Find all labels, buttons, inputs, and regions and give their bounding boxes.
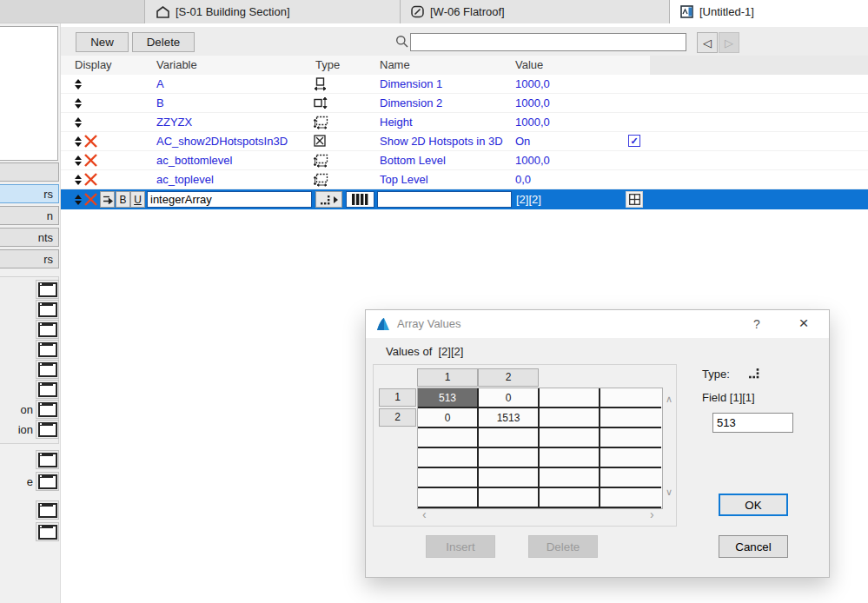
column-header[interactable]: 2 — [478, 368, 539, 387]
open-window-button[interactable] — [36, 400, 59, 419]
value-cell[interactable]: 1000,0 — [515, 77, 550, 90]
type-dropdown-button[interactable] — [315, 191, 342, 208]
variable-cell[interactable]: ZZYZX — [156, 116, 192, 129]
array-cell[interactable] — [479, 488, 540, 508]
variable-cell[interactable]: ac_toplevel — [156, 173, 214, 186]
tab-flatroof[interactable]: [W-06 Flatroof] — [400, 0, 669, 23]
delete-parameter-button[interactable]: Delete — [132, 32, 195, 52]
value-cell[interactable]: 1000,0 — [515, 96, 550, 109]
array-cell[interactable]: 0 — [479, 388, 540, 408]
array-cell[interactable]: 0 — [418, 408, 479, 428]
col-variable[interactable]: Variable — [156, 58, 197, 71]
sort-handle-icon[interactable] — [74, 98, 83, 109]
col-display[interactable]: Display — [75, 58, 112, 71]
array-cell[interactable] — [540, 408, 600, 428]
cancel-button[interactable]: Cancel — [719, 535, 788, 558]
col-type[interactable]: Type — [315, 58, 340, 71]
array-cell[interactable] — [479, 428, 540, 448]
col-value[interactable]: Value — [515, 58, 543, 71]
array-cell[interactable] — [418, 448, 479, 468]
array-cell-selected[interactable]: 513 — [418, 388, 479, 408]
name-cell[interactable]: Bottom Level — [380, 154, 446, 167]
name-cell[interactable]: Show 2D Hotspots in 3D — [380, 135, 503, 148]
name-cell[interactable]: Height — [380, 116, 413, 129]
array-cell[interactable] — [600, 428, 661, 448]
col-name[interactable]: Name — [380, 58, 410, 71]
array-cell[interactable] — [600, 448, 661, 468]
tab-building-section[interactable]: [S-01 Building Section] — [144, 0, 400, 23]
array-cell[interactable] — [418, 428, 479, 448]
array-cell[interactable] — [600, 388, 661, 408]
value-cell[interactable]: On — [515, 135, 530, 148]
array-cell[interactable]: 1513 — [479, 408, 540, 428]
open-window-button[interactable] — [36, 300, 59, 319]
array-cell[interactable] — [540, 448, 600, 468]
table-row[interactable]: B Dimension 2 1000,0 — [61, 94, 868, 113]
scroll-right-icon[interactable]: › — [650, 507, 654, 521]
array-cell[interactable] — [540, 468, 600, 488]
variable-cell[interactable]: ac_bottomlevel — [156, 154, 232, 167]
sort-handle-icon[interactable] — [74, 79, 83, 89]
underline-button[interactable]: U — [130, 191, 145, 208]
variable-cell[interactable]: A — [156, 77, 164, 90]
delete-x-icon[interactable] — [84, 154, 97, 167]
scroll-up-icon[interactable]: ∧ — [666, 394, 673, 405]
bold-button[interactable]: B — [116, 191, 130, 208]
ok-button[interactable]: OK — [719, 494, 788, 516]
array-cell[interactable] — [600, 488, 661, 508]
table-row[interactable]: ac_bottomlevel Bottom Level 1000,0 — [61, 151, 868, 170]
array-cell[interactable] — [540, 388, 600, 408]
table-row[interactable]: AC_show2DHotspotsIn3D Show 2D Hotspots i… — [61, 132, 868, 151]
open-window-button[interactable] — [36, 500, 59, 520]
search-input[interactable] — [410, 33, 686, 51]
table-row[interactable]: A Dimension 1 1000,0 — [61, 75, 868, 94]
sidebar-section-button[interactable]: nts — [0, 228, 59, 247]
array-cell[interactable] — [418, 468, 479, 488]
indent-subparam-button[interactable] — [100, 191, 115, 208]
array-values-button[interactable] — [346, 191, 374, 208]
open-window-button[interactable] — [36, 280, 59, 299]
table-row[interactable]: ZZYZX Height 1000,0 — [61, 113, 868, 132]
sort-handle-icon[interactable] — [74, 156, 83, 166]
sidebar-section-button-selected[interactable]: rs — [0, 184, 59, 203]
delete-x-icon[interactable] — [84, 135, 97, 148]
display-name-input[interactable] — [377, 191, 512, 208]
array-cell[interactable] — [540, 488, 600, 508]
array-cell[interactable] — [479, 468, 540, 488]
row-header[interactable]: 1 — [379, 388, 416, 407]
close-button[interactable]: × — [793, 314, 814, 333]
array-cell[interactable] — [540, 428, 600, 448]
open-window-button[interactable] — [36, 320, 59, 339]
sort-handle-icon[interactable] — [74, 195, 83, 205]
scroll-down-icon[interactable]: ∨ — [666, 487, 673, 498]
sidebar-section-button[interactable]: n — [0, 206, 59, 225]
forward-button[interactable]: ▷ — [719, 32, 739, 53]
open-window-button[interactable] — [36, 420, 59, 439]
variable-cell[interactable]: B — [156, 96, 164, 109]
array-cell[interactable] — [418, 488, 479, 508]
selected-parameter-row[interactable]: B U [2][2] — [61, 189, 868, 209]
sidebar-section-button[interactable]: rs — [0, 249, 59, 268]
help-button[interactable]: ? — [748, 317, 765, 331]
delete-x-icon[interactable] — [84, 193, 97, 206]
sidebar-section-button[interactable] — [0, 162, 59, 182]
array-cell[interactable] — [600, 408, 661, 428]
row-header[interactable]: 2 — [379, 408, 416, 427]
delete-button[interactable]: Delete — [528, 535, 598, 558]
open-window-button[interactable] — [36, 360, 59, 379]
variable-name-input[interactable] — [147, 191, 312, 208]
back-button[interactable]: ◁ — [697, 32, 718, 53]
dialog-title-bar[interactable]: Array Values ? × — [366, 310, 829, 338]
name-cell[interactable]: Top Level — [380, 173, 428, 186]
tab-untitled[interactable]: [Untitled-1] — [669, 0, 868, 23]
variable-cell[interactable]: AC_show2DHotspotsIn3D — [156, 135, 288, 148]
open-window-button[interactable] — [36, 522, 59, 541]
array-cell[interactable] — [600, 468, 661, 488]
open-window-button[interactable] — [36, 380, 59, 399]
array-cell[interactable] — [479, 448, 540, 468]
table-row[interactable]: ac_toplevel Top Level 0,0 — [61, 170, 868, 189]
sort-handle-icon[interactable] — [74, 175, 83, 185]
value-cell[interactable]: 1000,0 — [515, 116, 550, 129]
insert-button[interactable]: Insert — [426, 535, 495, 558]
column-header[interactable]: 1 — [417, 368, 478, 387]
